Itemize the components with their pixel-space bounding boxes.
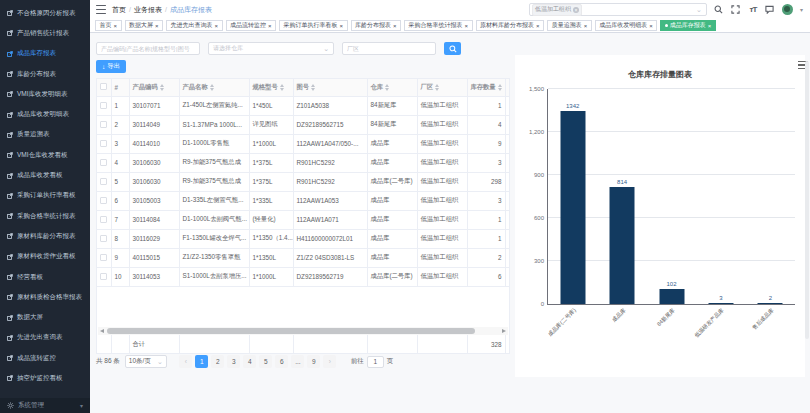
- scroll-right-icon[interactable]: [502, 329, 506, 333]
- table-row[interactable]: 6 30105003 D1-335L左侧置气瓶... 1*335L 112AAW…: [97, 191, 510, 210]
- sidebar-item[interactable]: 先进先出查询表: [0, 328, 90, 348]
- breadcrumb-home[interactable]: 首页: [112, 5, 126, 15]
- next-page-button[interactable]: ›: [323, 355, 336, 368]
- bar[interactable]: [758, 303, 783, 304]
- sidebar-item[interactable]: 不合格原因分析报表: [0, 3, 90, 23]
- close-icon[interactable]: ×: [465, 23, 469, 29]
- sort-icons[interactable]: [311, 84, 315, 91]
- page-button[interactable]: 2: [211, 355, 224, 368]
- page-button[interactable]: 6: [275, 355, 288, 368]
- sidebar-item[interactable]: 成品库收发明细表: [0, 104, 90, 124]
- sidebar-item[interactable]: 成品流转监控: [0, 348, 90, 368]
- table-column-header[interactable]: 产品编码: [129, 79, 179, 96]
- close-icon[interactable]: ×: [536, 23, 540, 29]
- table-column-header[interactable]: 仓库: [367, 79, 417, 96]
- row-checkbox[interactable]: [100, 254, 107, 261]
- sidebar-item[interactable]: 成品库存报表: [0, 44, 90, 64]
- row-checkbox[interactable]: [100, 197, 107, 204]
- close-icon[interactable]: ×: [393, 23, 397, 29]
- sidebar-item[interactable]: 采购合格率统计报表: [0, 206, 90, 226]
- message-icon[interactable]: [765, 5, 775, 15]
- tab[interactable]: 采购订单执行率看板 ×: [279, 20, 348, 31]
- bar[interactable]: [708, 303, 733, 304]
- row-checkbox[interactable]: [100, 140, 107, 147]
- sidebar-item[interactable]: 成品库收发看板: [0, 165, 90, 185]
- row-checkbox[interactable]: [100, 121, 107, 128]
- prev-page-button[interactable]: ‹: [179, 355, 192, 368]
- page-button[interactable]: ...: [291, 355, 304, 368]
- row-checkbox[interactable]: [100, 216, 107, 223]
- sidebar-item[interactable]: 采购订单执行率看板: [0, 186, 90, 206]
- tab[interactable]: 成品流转监控 ×: [226, 20, 277, 31]
- page-size-select[interactable]: 10条/页 ⌄: [125, 355, 167, 368]
- table-column-header[interactable]: 产品名称: [179, 79, 249, 96]
- tab[interactable]: 采购合格率统计报表 ×: [404, 20, 473, 31]
- tab[interactable]: 数据大屏 ×: [125, 20, 164, 31]
- search-icon[interactable]: [714, 5, 724, 15]
- sidebar-item[interactable]: 抽空炉监控看板: [0, 368, 90, 388]
- bar[interactable]: [659, 289, 684, 304]
- row-checkbox[interactable]: [100, 273, 107, 280]
- scrollbar-thumb[interactable]: [107, 328, 475, 334]
- row-checkbox[interactable]: [100, 235, 107, 242]
- sort-icons[interactable]: [498, 84, 502, 91]
- tab[interactable]: 原材料库龄分布报表 ×: [476, 20, 545, 31]
- sidebar-item[interactable]: 数据大屏: [0, 307, 90, 327]
- sort-icons[interactable]: [385, 84, 389, 91]
- page-button[interactable]: 4: [243, 355, 256, 368]
- sidebar-item[interactable]: 经营看板: [0, 267, 90, 287]
- sidebar-item[interactable]: 质量追溯表: [0, 125, 90, 145]
- close-icon[interactable]: ×: [708, 23, 712, 29]
- tab[interactable]: 先进先出查询表 ×: [166, 20, 223, 31]
- table-row[interactable]: 8 30116029 F1-1350L罐改全焊气... 1*1350（1.4..…: [97, 229, 510, 248]
- close-icon[interactable]: ×: [649, 23, 653, 29]
- close-icon[interactable]: ×: [215, 23, 219, 29]
- close-icon[interactable]: ×: [584, 23, 588, 29]
- page-button[interactable]: 1: [195, 355, 208, 368]
- table-row[interactable]: 5 30106030 R9-加能375气瓶总成 1*375L R901HC529…: [97, 172, 510, 191]
- table-row[interactable]: 9 40115015 Z1/Z2-1350零售罩瓶 1*1350L Z1/Z2 …: [97, 248, 510, 267]
- page-button[interactable]: 3: [227, 355, 240, 368]
- tab[interactable]: 库龄分布报表 ×: [351, 20, 402, 31]
- table-column-header[interactable]: 库存数量: [467, 79, 505, 96]
- table-row[interactable]: 4 30106030 R9-加能375气瓶总成 1*375L R901HC529…: [97, 153, 510, 172]
- select-all-checkbox[interactable]: [100, 83, 107, 90]
- keyword-input[interactable]: [96, 42, 200, 55]
- sort-icons[interactable]: [280, 84, 284, 91]
- sidebar-item[interactable]: 原材料收货作业看板: [0, 247, 90, 267]
- hamburger-icon[interactable]: [96, 5, 106, 14]
- sort-icons[interactable]: [160, 84, 164, 91]
- export-button[interactable]: ↓ 导出: [96, 60, 126, 73]
- sidebar-item[interactable]: VMI仓库收发看板: [0, 145, 90, 165]
- table-column-header[interactable]: 规格型号: [249, 79, 293, 96]
- tag-close-icon[interactable]: ×: [573, 7, 579, 13]
- table-column-header[interactable]: 厂区: [417, 79, 467, 96]
- goto-page-input[interactable]: [367, 356, 384, 368]
- fullscreen-icon[interactable]: [731, 5, 741, 15]
- sort-icons[interactable]: [210, 84, 214, 91]
- breadcrumb-section[interactable]: 业务报表: [134, 5, 162, 15]
- org-select[interactable]: 低温加工组织 × ⌄: [529, 3, 707, 16]
- table-row[interactable]: 1 30107071 Z1-450L左侧置氦纯... 1*450L Z101A5…: [97, 96, 510, 115]
- factory-input[interactable]: [342, 42, 436, 55]
- table-row[interactable]: 3 40114010 D1-1000L零售瓶 1*1000L 112AAW1A0…: [97, 134, 510, 153]
- close-icon[interactable]: ×: [340, 23, 344, 29]
- search-button[interactable]: [444, 42, 461, 55]
- page-button[interactable]: 5: [259, 355, 272, 368]
- table-row[interactable]: 7 30114084 D1-1000L去副阀气瓶... (轻量化) 112AAW…: [97, 210, 510, 229]
- sidebar-item[interactable]: 原材料质检合格率报表: [0, 287, 90, 307]
- close-icon[interactable]: ×: [268, 23, 272, 29]
- bar[interactable]: [560, 111, 585, 304]
- font-size-icon[interactable]: ᴛT: [748, 5, 758, 15]
- bar[interactable]: [610, 187, 635, 304]
- table-row[interactable]: 2 30114049 S1-1.37MPa 1000L... 详见图纸 DZ92…: [97, 115, 510, 134]
- close-icon[interactable]: ×: [155, 23, 159, 29]
- tab[interactable]: 成品库存报表 ×: [660, 20, 716, 31]
- tab[interactable]: 质量追溯表 ×: [547, 20, 592, 31]
- scroll-left-icon[interactable]: [100, 329, 104, 333]
- warehouse-select[interactable]: 请选择仓库 ⌄: [208, 42, 334, 55]
- tab[interactable]: 成品库收发明细表 ×: [595, 20, 658, 31]
- sidebar-item[interactable]: VMI库收发明细表: [0, 84, 90, 104]
- row-checkbox[interactable]: [100, 102, 107, 109]
- table-row[interactable]: 10 30114053 S1-1000L去副泵增压... 1*1000L DZ9…: [97, 267, 510, 286]
